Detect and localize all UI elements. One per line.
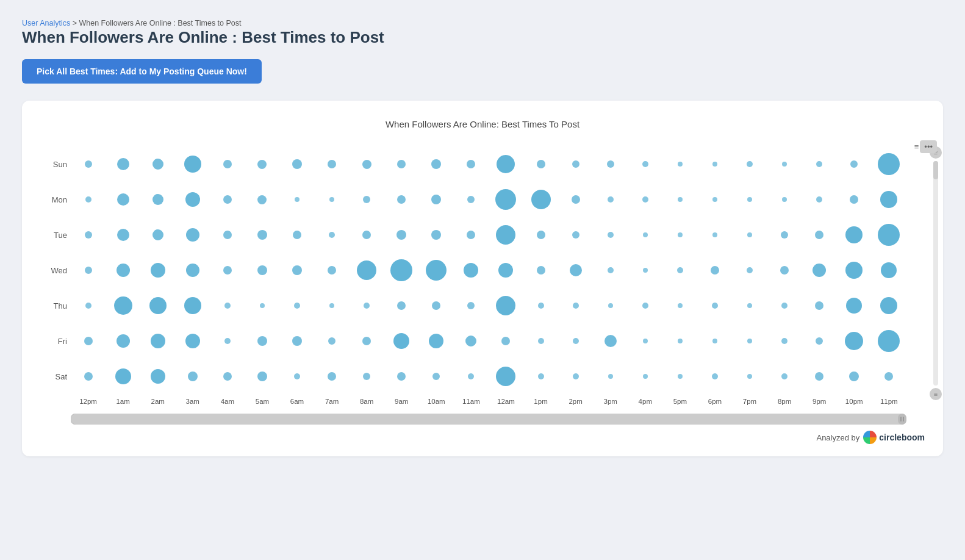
bubble-cell[interactable] xyxy=(140,359,175,394)
bubble-cell[interactable] xyxy=(558,217,593,253)
bubble-cell[interactable] xyxy=(419,253,454,288)
bubble-cell[interactable] xyxy=(384,323,419,359)
bubble-cell[interactable] xyxy=(697,288,732,323)
bubble-cell[interactable] xyxy=(802,182,837,217)
bubble-cell[interactable] xyxy=(732,359,767,394)
bubble-cell[interactable] xyxy=(454,217,489,253)
bubble-cell[interactable] xyxy=(523,182,558,217)
bubble-cell[interactable] xyxy=(419,182,454,217)
bubble-cell[interactable] xyxy=(210,323,245,359)
bubble-cell[interactable] xyxy=(384,359,419,394)
bubble-cell[interactable] xyxy=(593,253,628,288)
bubble-cell[interactable] xyxy=(454,182,489,217)
bubble-cell[interactable] xyxy=(279,253,314,288)
bubble-cell[interactable] xyxy=(662,359,697,394)
bubble-cell[interactable] xyxy=(140,288,175,323)
bubble-cell[interactable] xyxy=(315,323,350,359)
bubble-cell[interactable] xyxy=(662,288,697,323)
bubble-cell[interactable] xyxy=(593,146,628,182)
bubble-cell[interactable] xyxy=(245,359,279,394)
bubble-cell[interactable] xyxy=(872,253,906,288)
bubble-cell[interactable] xyxy=(140,253,175,288)
bubble-cell[interactable] xyxy=(697,217,732,253)
bubble-cell[interactable] xyxy=(872,146,906,182)
bubble-cell[interactable] xyxy=(106,146,140,182)
bubble-cell[interactable] xyxy=(210,217,245,253)
bubble-cell[interactable] xyxy=(662,146,697,182)
bubble-cell[interactable] xyxy=(523,253,558,288)
bubble-cell[interactable] xyxy=(802,217,837,253)
bubble-cell[interactable] xyxy=(732,217,767,253)
bubble-cell[interactable] xyxy=(767,217,802,253)
bubble-cell[interactable] xyxy=(872,217,906,253)
bubble-cell[interactable] xyxy=(106,359,140,394)
bubble-cell[interactable] xyxy=(802,253,837,288)
bubble-cell[interactable] xyxy=(872,323,906,359)
bubble-cell[interactable] xyxy=(210,359,245,394)
bubble-cell[interactable] xyxy=(662,217,697,253)
bubble-cell[interactable] xyxy=(210,182,245,217)
bubble-cell[interactable] xyxy=(210,288,245,323)
bubble-cell[interactable] xyxy=(279,182,314,217)
bubble-cell[interactable] xyxy=(558,359,593,394)
bubble-cell[interactable] xyxy=(315,182,350,217)
bubble-cell[interactable] xyxy=(140,146,175,182)
bubble-cell[interactable] xyxy=(523,217,558,253)
bubble-cell[interactable] xyxy=(489,359,523,394)
bubble-cell[interactable] xyxy=(106,182,140,217)
bubble-cell[interactable] xyxy=(628,217,662,253)
bubble-cell[interactable] xyxy=(593,359,628,394)
bubble-cell[interactable] xyxy=(767,146,802,182)
bubble-cell[interactable] xyxy=(454,323,489,359)
bubble-cell[interactable] xyxy=(384,182,419,217)
bubble-cell[interactable] xyxy=(489,146,523,182)
bubble-cell[interactable] xyxy=(732,146,767,182)
bubble-cell[interactable] xyxy=(279,359,314,394)
bubble-cell[interactable] xyxy=(71,182,106,217)
bubble-cell[interactable] xyxy=(837,146,872,182)
bubble-cell[interactable] xyxy=(175,182,210,217)
bubble-cell[interactable] xyxy=(837,323,872,359)
bubble-cell[interactable] xyxy=(628,182,662,217)
bubble-cell[interactable] xyxy=(732,323,767,359)
bubble-cell[interactable] xyxy=(802,146,837,182)
bubble-cell[interactable] xyxy=(558,253,593,288)
bubble-cell[interactable] xyxy=(767,359,802,394)
bubble-cell[interactable] xyxy=(767,288,802,323)
bubble-cell[interactable] xyxy=(593,288,628,323)
bubble-cell[interactable] xyxy=(315,253,350,288)
cta-button[interactable]: Pick All Best Times: Add to My Posting Q… xyxy=(22,59,262,84)
bubble-cell[interactable] xyxy=(140,323,175,359)
bubble-cell[interactable] xyxy=(245,253,279,288)
bubble-cell[interactable] xyxy=(697,182,732,217)
bubble-cell[interactable] xyxy=(350,323,384,359)
bubble-cell[interactable] xyxy=(697,323,732,359)
vertical-scrollbar[interactable]: ≡ ≡ xyxy=(930,146,942,400)
bubble-cell[interactable] xyxy=(384,146,419,182)
bubble-cell[interactable] xyxy=(489,288,523,323)
dots-menu-button[interactable]: ••• xyxy=(920,140,937,153)
bubble-cell[interactable] xyxy=(872,182,906,217)
bubble-cell[interactable] xyxy=(71,253,106,288)
bubble-cell[interactable] xyxy=(732,182,767,217)
bubble-cell[interactable] xyxy=(350,359,384,394)
bubble-cell[interactable] xyxy=(106,253,140,288)
bubble-cell[interactable] xyxy=(802,359,837,394)
bubble-cell[interactable] xyxy=(210,253,245,288)
bubble-cell[interactable] xyxy=(175,323,210,359)
v-scroll-handle-bottom[interactable]: ≡ xyxy=(930,388,942,400)
bubble-cell[interactable] xyxy=(350,146,384,182)
breadcrumb-parent[interactable]: User Analytics xyxy=(22,19,70,27)
horizontal-scrollbar[interactable] xyxy=(71,414,906,425)
bubble-cell[interactable] xyxy=(593,323,628,359)
bubble-cell[interactable] xyxy=(71,217,106,253)
bubble-cell[interactable] xyxy=(71,288,106,323)
bubble-cell[interactable] xyxy=(419,146,454,182)
bubble-cell[interactable] xyxy=(697,359,732,394)
bubble-cell[interactable] xyxy=(697,253,732,288)
bubble-cell[interactable] xyxy=(489,182,523,217)
bubble-cell[interactable] xyxy=(175,288,210,323)
bubble-cell[interactable] xyxy=(419,288,454,323)
bubble-cell[interactable] xyxy=(558,182,593,217)
bubble-cell[interactable] xyxy=(697,146,732,182)
